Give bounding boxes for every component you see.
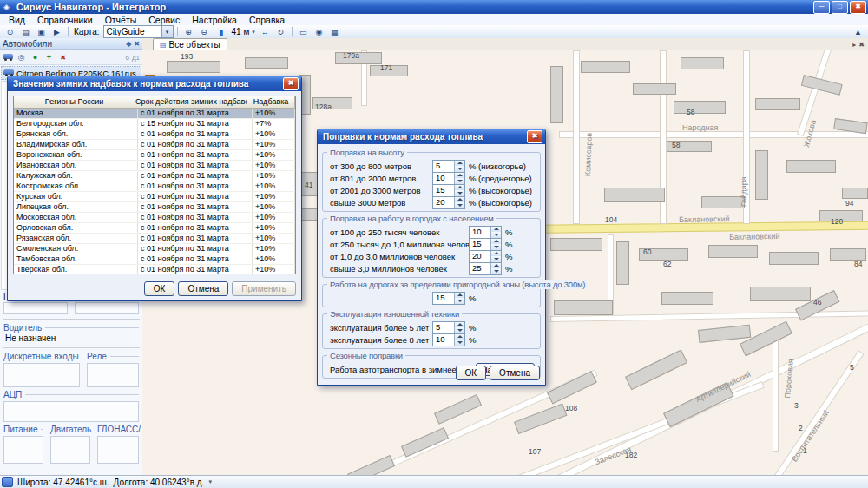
- ok-button[interactable]: ОК: [456, 366, 487, 380]
- minimize-button[interactable]: ─: [813, 1, 830, 14]
- table-row[interactable]: Костромская обл.с 01 ноября по 31 марта+…: [14, 181, 295, 192]
- maximize-button[interactable]: □: [832, 1, 848, 14]
- value-spinner[interactable]: 5: [432, 321, 465, 334]
- table-row[interactable]: Тверская обл.с 01 ноября по 31 марта+10%: [14, 265, 295, 274]
- value-spinner[interactable]: 20: [469, 250, 502, 263]
- dialog-title-bar[interactable]: Значения зимних надбавок к нормам расход…: [8, 76, 301, 91]
- column-header-period[interactable]: Срок действия зимних надбавок: [135, 96, 247, 108]
- tab-close-icon[interactable]: ✖: [858, 41, 865, 49]
- spinner-arrows[interactable]: [490, 227, 501, 238]
- table-cell: +10%: [253, 150, 295, 160]
- spinner-value[interactable]: 15: [433, 185, 454, 196]
- chevron-down-icon[interactable]: ▾: [161, 26, 173, 37]
- pin-icon[interactable]: ◆: [126, 40, 131, 48]
- spinner-value[interactable]: 20: [433, 197, 454, 208]
- table-row[interactable]: Владимирская обл.с 01 ноября по 31 марта…: [14, 140, 295, 150]
- menu-item-Вид[interactable]: Вид: [3, 15, 31, 25]
- menu-item-Справка[interactable]: Справка: [243, 15, 291, 25]
- table-row[interactable]: Рязанская обл.с 01 ноября по 31 марта+10…: [14, 234, 295, 244]
- refresh-icon[interactable]: ↻: [273, 25, 288, 38]
- value-spinner[interactable]: 15: [432, 184, 465, 197]
- grid-icon[interactable]: ▦: [327, 25, 342, 38]
- spinner-arrows[interactable]: [490, 239, 501, 250]
- watch-vehicle-icon[interactable]: ◎: [16, 52, 27, 63]
- column-header-region[interactable]: Регионы России: [14, 96, 135, 108]
- map-source-select[interactable]: CityGuide ▾: [103, 25, 174, 38]
- select-arrow-icon[interactable]: ▶: [49, 25, 64, 38]
- tab-scroll-icon[interactable]: ▸: [852, 41, 856, 49]
- value-spinner[interactable]: 15: [432, 292, 465, 305]
- table-row[interactable]: Москвас 01 ноября по 31 марта+10%: [14, 109, 295, 119]
- spinner-value[interactable]: 10: [470, 227, 490, 238]
- spinner-arrows[interactable]: [490, 263, 501, 274]
- dialog-title-bar[interactable]: Поправки к нормам расхода топлива ✖: [318, 129, 545, 144]
- table-row[interactable]: Воронежская обл.с 01 ноября по 31 марта+…: [14, 150, 295, 161]
- scale-chevron-icon[interactable]: ▾: [252, 29, 255, 36]
- table-row[interactable]: Московская обл.с 01 ноября по 31 марта+1…: [14, 213, 295, 223]
- spinner-value[interactable]: 25: [470, 263, 490, 274]
- spinner-value[interactable]: 5: [433, 322, 454, 333]
- zoom-out-icon[interactable]: ⊖: [197, 25, 212, 38]
- value-spinner[interactable]: 10: [432, 172, 465, 185]
- table-row[interactable]: Курская обл.с 01 ноября по 31 марта+10%: [14, 192, 295, 202]
- table-row[interactable]: Липецкая обл.с 01 ноября по 31 марта+10%: [14, 202, 295, 213]
- spinner-arrows[interactable]: [454, 185, 464, 196]
- cancel-button[interactable]: Отмена: [178, 281, 228, 296]
- value-spinner[interactable]: 15: [469, 238, 502, 251]
- spinner-arrows[interactable]: [454, 197, 464, 208]
- chevron-down-icon[interactable]: ▾: [208, 478, 212, 485]
- spinner-arrows[interactable]: [490, 251, 501, 262]
- table-row[interactable]: Калужская обл.с 01 ноября по 31 марта+10…: [14, 171, 295, 181]
- spinner-arrows[interactable]: [454, 161, 464, 172]
- spinner-arrows[interactable]: [454, 293, 464, 304]
- spinner-value[interactable]: 20: [470, 251, 490, 262]
- track-icon[interactable]: ●: [30, 52, 41, 63]
- table-cell: Рязанская обл.: [14, 234, 138, 243]
- menu-item-Настройка[interactable]: Настройка: [186, 15, 243, 25]
- layers-icon[interactable]: ▤: [18, 25, 33, 38]
- table-row[interactable]: Смоленская обл.с 01 ноября по 31 марта+1…: [14, 244, 295, 254]
- spinner-arrows[interactable]: [454, 173, 464, 184]
- cancel-button[interactable]: Отмена: [490, 366, 540, 380]
- panel-close-icon[interactable]: ✖: [134, 40, 140, 48]
- title-bar[interactable]: ◈ Сириус Навигатор - Интегратор ─ □ ✖: [0, 0, 868, 14]
- ok-button[interactable]: ОК: [144, 281, 175, 296]
- table-row[interactable]: Тамбовская обл.с 01 ноября по 31 марта+1…: [14, 254, 295, 265]
- ruler-icon[interactable]: ▭: [296, 25, 311, 38]
- remove-vehicle-icon[interactable]: ✖: [57, 52, 69, 63]
- map-street-label: Комиссаров: [583, 133, 594, 177]
- menu-item-Справочники[interactable]: Справочники: [31, 15, 99, 25]
- value-spinner[interactable]: 10: [432, 333, 465, 346]
- spinner-value[interactable]: 5: [433, 161, 454, 172]
- spinner-value[interactable]: 15: [470, 239, 490, 250]
- menu-item-Отчёты[interactable]: Отчёты: [99, 15, 143, 25]
- close-button[interactable]: ✖: [850, 1, 866, 14]
- search-icon[interactable]: ⊙: [3, 25, 17, 38]
- table-row[interactable]: Ивановская обл.с 01 ноября по 31 марта+1…: [14, 161, 295, 171]
- table-row[interactable]: Орловская обл.с 01 ноября по 31 марта+10…: [14, 223, 295, 234]
- add-vehicle-icon[interactable]: +: [43, 52, 55, 63]
- spinner-arrows[interactable]: [454, 322, 464, 333]
- tab-all-objects[interactable]: ▤ Все объекты: [153, 38, 227, 50]
- pan-icon[interactable]: ↔: [258, 25, 273, 38]
- value-spinner[interactable]: 5: [432, 160, 465, 173]
- collapse-toolbar-icon[interactable]: ▲: [851, 25, 865, 38]
- table-row[interactable]: Белгородская обл.с 15 ноября по 31 марта…: [14, 119, 295, 129]
- zoom-in-icon[interactable]: ⊕: [181, 25, 196, 38]
- spinner-value[interactable]: 10: [433, 334, 454, 346]
- value-spinner[interactable]: 20: [432, 196, 465, 209]
- toolbar-separator: [177, 27, 178, 36]
- value-spinner[interactable]: 25: [469, 262, 502, 275]
- column-header-allowance[interactable]: Надбавка: [247, 96, 295, 108]
- dialog-close-icon[interactable]: ✖: [527, 130, 542, 143]
- menu-item-Сервис[interactable]: Сервис: [142, 15, 186, 25]
- value-spinner[interactable]: 10: [469, 226, 502, 239]
- dialog-close-icon[interactable]: ✖: [283, 77, 299, 90]
- spinner-arrows[interactable]: [454, 334, 464, 346]
- print-icon[interactable]: ▣: [34, 25, 49, 38]
- group-section-1: Поправка на работу в городах с население…: [322, 218, 541, 278]
- marker-icon[interactable]: ◉: [312, 25, 326, 38]
- table-row[interactable]: Брянская обл.с 01 ноября по 31 марта+10%: [14, 129, 295, 140]
- spinner-value[interactable]: 10: [433, 173, 454, 184]
- spinner-value[interactable]: 15: [433, 293, 454, 304]
